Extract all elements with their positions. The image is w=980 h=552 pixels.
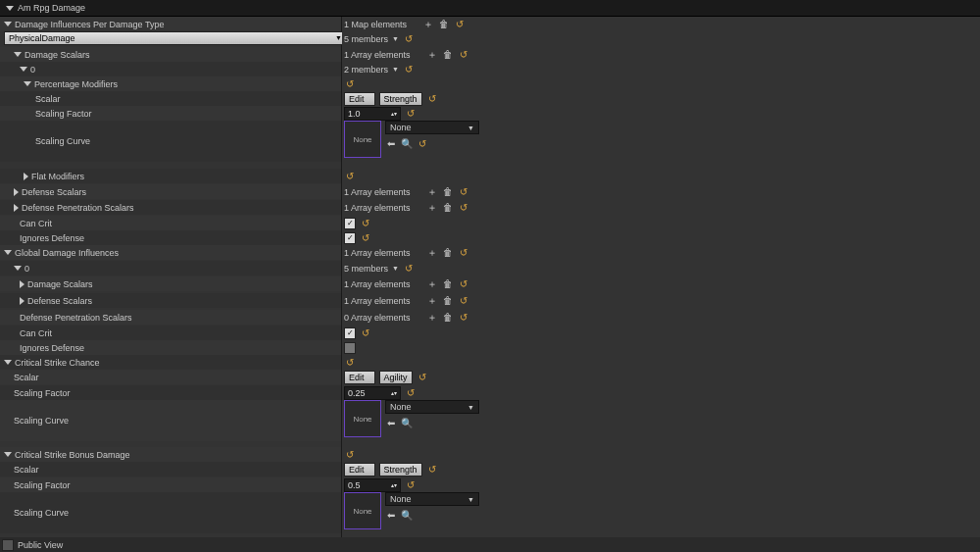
attribute-pill[interactable]: Agility <box>379 371 413 384</box>
add-icon[interactable]: ＋ <box>426 49 438 61</box>
number-input[interactable]: 0.5 ▴▾ <box>344 478 401 492</box>
public-view-checkbox[interactable] <box>2 539 14 551</box>
row-defense-scalars[interactable]: Defense Scalars <box>0 184 341 199</box>
row-crit-scalar[interactable]: Scalar <box>0 370 341 384</box>
row-can-crit[interactable]: Can Crit <box>0 216 341 230</box>
row-damage-scalars-2[interactable]: Damage Scalars <box>0 276 341 291</box>
reset-icon[interactable]: ↺ <box>458 247 469 259</box>
spinner-icon[interactable]: ▴▾ <box>391 483 397 487</box>
expand-icon[interactable] <box>20 297 24 305</box>
expand-icon[interactable] <box>24 81 31 86</box>
add-icon[interactable]: ＋ <box>426 295 438 307</box>
checkbox[interactable]: ✓ <box>344 232 356 244</box>
reset-icon[interactable]: ↺ <box>426 464 438 476</box>
reset-icon[interactable]: ↺ <box>458 278 469 290</box>
expand-icon[interactable] <box>14 204 19 212</box>
asset-thumbnail[interactable]: None <box>344 121 381 158</box>
reset-icon[interactable]: ↺ <box>458 202 469 214</box>
trash-icon[interactable]: 🗑 <box>442 278 454 290</box>
row-bonus-scaling-factor[interactable]: Scaling Factor <box>0 477 341 492</box>
expand-icon[interactable] <box>4 22 12 26</box>
reset-icon[interactable]: ↺ <box>344 171 356 182</box>
row-index-0[interactable]: 0 <box>0 62 341 76</box>
reset-icon[interactable]: ↺ <box>360 232 371 244</box>
trash-icon[interactable]: 🗑 <box>442 49 454 61</box>
members-dropdown[interactable]: 5 members ▼ <box>344 34 399 44</box>
row-ignores-defense[interactable]: Ignores Defense <box>0 230 341 245</box>
row-flat-modifiers[interactable]: Flat Modifiers <box>0 169 341 183</box>
reset-icon[interactable]: ↺ <box>344 78 356 90</box>
row-scaling-curve[interactable]: Scaling Curve <box>0 121 341 162</box>
expand-icon[interactable] <box>20 67 27 72</box>
expand-icon[interactable] <box>4 250 12 255</box>
expand-icon[interactable] <box>24 173 28 180</box>
collapse-icon[interactable] <box>6 6 14 11</box>
row-ignores-defense-2[interactable]: Ignores Defense <box>0 340 341 355</box>
reset-icon[interactable]: ↺ <box>416 372 428 383</box>
add-icon[interactable]: ＋ <box>426 312 438 324</box>
row-scaling-factor[interactable]: Scaling Factor <box>0 106 341 121</box>
use-selected-icon[interactable]: ⬅ <box>385 137 397 149</box>
trash-icon[interactable]: 🗑 <box>438 19 450 30</box>
asset-dropdown[interactable]: None▼ <box>385 492 479 506</box>
damage-type-dropdown[interactable]: PhysicalDamage ▼ <box>4 31 347 45</box>
attribute-pill[interactable]: Strength <box>379 92 422 106</box>
browse-icon[interactable]: 🔍 <box>401 509 413 521</box>
checkbox[interactable]: ✓ <box>344 218 356 229</box>
add-icon[interactable]: ＋ <box>426 186 438 198</box>
reset-icon[interactable]: ↺ <box>458 49 469 61</box>
reset-icon[interactable]: ↺ <box>458 312 469 324</box>
expand-icon[interactable] <box>4 452 12 457</box>
expand-icon[interactable] <box>14 266 22 271</box>
spinner-icon[interactable]: ▴▾ <box>391 391 397 395</box>
row-bonus-scalar[interactable]: Scalar <box>0 462 341 477</box>
reset-icon[interactable]: ↺ <box>403 263 415 275</box>
asset-dropdown[interactable]: None▼ <box>385 400 479 414</box>
trash-icon[interactable]: 🗑 <box>442 202 454 214</box>
expand-icon[interactable] <box>14 52 22 57</box>
browse-icon[interactable]: 🔍 <box>401 137 413 149</box>
reset-icon[interactable]: ↺ <box>405 387 416 399</box>
use-selected-icon[interactable]: ⬅ <box>385 509 397 521</box>
reset-icon[interactable]: ↺ <box>360 218 371 229</box>
section-global-damage-influences[interactable]: Global Damage Influences <box>0 245 341 260</box>
row-crit-scaling-factor[interactable]: Scaling Factor <box>0 385 341 400</box>
expand-icon[interactable] <box>20 280 24 288</box>
section-crit-bonus[interactable]: Critical Strike Bonus Damage <box>0 447 341 462</box>
row-damage-scalars[interactable]: Damage Scalars <box>0 47 341 62</box>
asset-thumbnail[interactable]: None <box>344 400 381 437</box>
checkbox[interactable]: ✓ <box>344 327 356 339</box>
checkbox[interactable] <box>344 342 356 354</box>
asset-dropdown[interactable]: None ▼ <box>385 121 479 134</box>
row-defense-pen-scalars[interactable]: Defense Penetration Scalars <box>0 200 341 215</box>
row-defense-pen-scalars-2[interactable]: Defense Penetration Scalars <box>0 310 341 325</box>
reset-icon[interactable]: ↺ <box>344 449 356 461</box>
reset-icon[interactable]: ↺ <box>405 479 416 491</box>
number-input[interactable]: 0.25 ▴▾ <box>344 386 401 400</box>
edit-dropdown[interactable]: Edit▾ <box>344 92 375 106</box>
expand-icon[interactable] <box>4 360 12 365</box>
browse-icon[interactable]: 🔍 <box>401 417 413 428</box>
reset-icon[interactable]: ↺ <box>405 108 416 120</box>
row-defense-scalars-2[interactable]: Defense Scalars <box>0 293 341 308</box>
row-can-crit-2[interactable]: Can Crit <box>0 326 341 340</box>
use-selected-icon[interactable]: ⬅ <box>385 417 397 428</box>
reset-icon[interactable]: ↺ <box>426 93 438 105</box>
reset-icon[interactable]: ↺ <box>344 357 356 369</box>
row-bonus-scaling-curve[interactable]: Scaling Curve <box>0 492 341 533</box>
reset-icon[interactable]: ↺ <box>360 327 371 339</box>
reset-icon[interactable]: ↺ <box>454 19 466 30</box>
add-icon[interactable]: ＋ <box>426 278 438 290</box>
add-icon[interactable]: ＋ <box>426 202 438 214</box>
members-dropdown[interactable]: 2 members ▼ <box>344 65 399 75</box>
spinner-icon[interactable]: ▴▾ <box>391 112 397 116</box>
attribute-pill[interactable]: Strength <box>379 463 422 477</box>
reset-icon[interactable]: ↺ <box>403 64 415 75</box>
add-icon[interactable]: ＋ <box>426 247 438 259</box>
row-scalar[interactable]: Scalar <box>0 91 341 106</box>
number-input[interactable]: 1.0 ▴▾ <box>344 107 401 121</box>
trash-icon[interactable]: 🗑 <box>442 295 454 307</box>
trash-icon[interactable]: 🗑 <box>442 312 454 324</box>
expand-icon[interactable] <box>14 188 19 196</box>
members-dropdown[interactable]: 5 members ▼ <box>344 264 399 274</box>
